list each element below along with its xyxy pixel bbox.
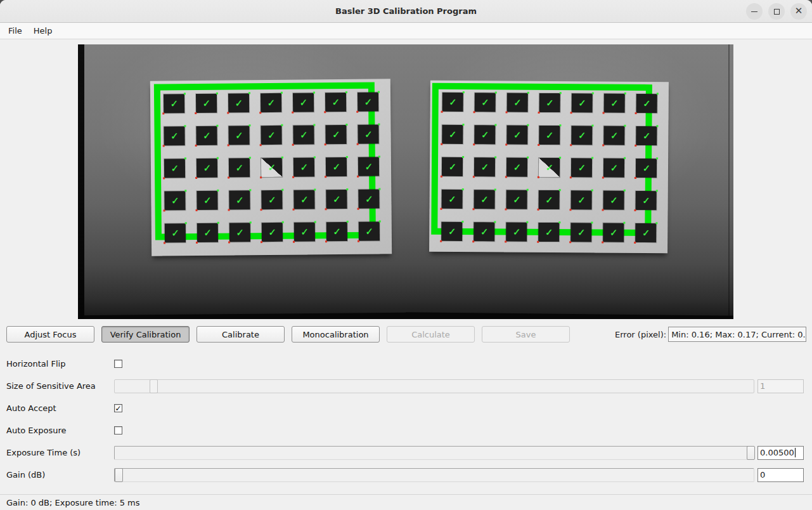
calibration-square: ✓ — [572, 93, 593, 112]
detected-marker-icon: ✓ — [545, 129, 553, 140]
calibrate-button[interactable]: Calibrate — [197, 326, 285, 343]
calibration-square: ✓ — [262, 223, 283, 242]
detected-marker-icon: ✓ — [481, 97, 489, 108]
calibration-square: ✓ — [539, 93, 560, 112]
calibration-square: ✓ — [571, 190, 592, 209]
verify-calibration-button[interactable]: Verify Calibration — [101, 326, 190, 343]
calibration-square: ✓ — [164, 191, 185, 210]
table-edge — [406, 312, 733, 319]
status-text: Gain: 0 dB; Exposure time: 5 ms — [6, 498, 140, 507]
detected-marker-icon: ✓ — [300, 129, 308, 141]
calibration-square: ✓ — [293, 125, 314, 144]
detected-marker-icon: ✓ — [448, 161, 456, 172]
detected-marker-icon: ✓ — [610, 195, 618, 206]
detected-marker-icon: ✓ — [267, 97, 275, 108]
calibration-square: ✓ — [475, 93, 496, 112]
adjust-focus-button[interactable]: Adjust Focus — [6, 326, 94, 343]
auto-exposure-label: Auto Exposure — [6, 426, 114, 435]
detected-marker-icon: ✓ — [332, 96, 340, 108]
detected-marker-icon: ✓ — [448, 193, 456, 204]
calibration-square: ✓ — [570, 223, 591, 242]
calibration-square: ✓ — [358, 190, 379, 209]
detected-marker-icon: ✓ — [171, 131, 179, 142]
detected-marker-icon: ✓ — [449, 96, 457, 107]
left-camera-view: ✓✓✓✓✓✓✓✓✓✓✓✓✓✓✓✓✓✓✓✓✓✓✓✓✓✓✓✓✓✓✓✓✓✓✓ — [78, 44, 406, 319]
calibration-square: ✓ — [442, 190, 463, 209]
error-pixel-value: Min: 0.16; Max: 0.17; Current: 0.16 — [668, 327, 806, 342]
maximize-button[interactable] — [768, 3, 785, 20]
sensitive-area-row: Size of Sensitive Area 1 — [0, 375, 812, 397]
detected-marker-icon: ✓ — [577, 195, 586, 206]
calibration-square: ✓ — [293, 190, 314, 209]
detected-marker-icon: ✓ — [170, 98, 178, 110]
calibration-square: ✓ — [636, 159, 657, 178]
minimize-button[interactable] — [746, 3, 763, 20]
calibration-square: ✓ — [325, 93, 346, 112]
exposure-time-input[interactable]: 0.00500 — [757, 446, 804, 460]
calibration-square: ✓ — [261, 190, 282, 209]
menu-file[interactable]: File — [3, 24, 28, 37]
detected-marker-icon: ✓ — [300, 194, 309, 206]
main-content: ✓✓✓✓✓✓✓✓✓✓✓✓✓✓✓✓✓✓✓✓✓✓✓✓✓✓✓✓✓✓✓✓✓✓✓ ✓✓✓✓… — [0, 39, 812, 494]
detected-marker-icon: ✓ — [512, 226, 520, 237]
close-icon: ✕ — [795, 6, 803, 16]
detected-marker-icon: ✓ — [577, 130, 586, 141]
auto-exposure-checkbox[interactable] — [114, 426, 122, 435]
detected-marker-icon: ✓ — [268, 194, 276, 206]
detected-marker-icon: ✓ — [268, 226, 276, 238]
text-caret — [795, 448, 796, 457]
sensitive-area-slider — [114, 379, 754, 393]
exposure-time-slider-handle[interactable] — [747, 446, 755, 460]
calibration-square: ✓ — [358, 125, 378, 144]
auto-accept-checkbox[interactable]: ✓ — [114, 404, 122, 412]
window-title: Basler 3D Calibration Program — [335, 6, 477, 16]
stereo-image-area: ✓✓✓✓✓✓✓✓✓✓✓✓✓✓✓✓✓✓✓✓✓✓✓✓✓✓✓✓✓✓✓✓✓✓✓ ✓✓✓✓… — [78, 44, 733, 319]
monocalibration-button[interactable]: Monocalibration — [292, 326, 380, 343]
calibration-square: ✓ — [197, 159, 217, 178]
calibration-square: ✓ — [506, 190, 527, 209]
detected-marker-icon: ✓ — [642, 195, 650, 206]
calibration-square: ✓ — [197, 191, 217, 210]
detected-marker-icon: ✓ — [448, 226, 456, 237]
detected-marker-icon: ✓ — [513, 97, 522, 108]
calibration-square: ✓ — [506, 223, 527, 242]
detected-marker-icon: ✓ — [332, 161, 340, 173]
close-button[interactable]: ✕ — [790, 3, 807, 20]
calibration-grid: ✓✓✓✓✓✓✓✓✓✓✓✓✓✓✓✓✓✓✓✓✓✓✓✓✓✓✓✓✓✓✓✓✓✓✓ — [164, 93, 380, 243]
calibration-square: ✓ — [539, 126, 560, 145]
calibration-square: ✓ — [358, 93, 378, 112]
gain-input[interactable]: 0 — [757, 468, 804, 482]
horizontal-flip-checkbox[interactable] — [114, 360, 122, 368]
sensitive-area-value: 1 — [757, 379, 804, 393]
calibration-square: ✓ — [441, 222, 462, 241]
detected-marker-icon: ✓ — [610, 162, 618, 173]
detected-marker-icon: ✓ — [480, 194, 489, 205]
detected-marker-icon: ✓ — [299, 97, 307, 108]
detected-marker-icon: ✓ — [235, 98, 243, 109]
calibration-grid: ✓✓✓✓✓✓✓✓✓✓✓✓✓✓✓✓✓✓✓✓✓✓✓✓✓✓✓✓✓✓✓✓✓✓✓ — [441, 93, 657, 242]
detected-marker-icon: ✓ — [332, 129, 340, 140]
gain-label: Gain (dB) — [6, 470, 114, 480]
gain-slider[interactable] — [114, 468, 754, 482]
detected-marker-icon: ✓ — [364, 161, 373, 173]
calibration-square: ✓ — [442, 93, 463, 112]
detected-marker-icon: ✓ — [546, 97, 554, 108]
detected-marker-icon: ✓ — [609, 227, 617, 238]
auto-accept-row: Auto Accept ✓ — [0, 397, 812, 419]
gain-slider-handle[interactable] — [115, 468, 123, 482]
calibration-square: ✓ — [442, 125, 463, 144]
calibration-square: ✓ — [603, 191, 624, 210]
table-edge — [78, 313, 406, 319]
calibration-square: ✓ — [636, 126, 657, 145]
menu-help[interactable]: Help — [28, 24, 58, 37]
detected-marker-icon: ✓ — [300, 162, 308, 173]
detected-marker-icon: ✓ — [171, 163, 179, 174]
detected-marker-icon: ✓ — [480, 129, 489, 140]
detected-marker-icon: ✓ — [203, 130, 211, 141]
calibration-square: ✓ — [474, 190, 495, 209]
calibration-square: ✓ — [164, 94, 184, 113]
exposure-time-slider[interactable] — [114, 446, 754, 460]
detected-marker-icon: ✓ — [642, 130, 650, 141]
window-controls: ✕ — [746, 3, 807, 20]
calibration-square: ✓ — [507, 93, 528, 112]
